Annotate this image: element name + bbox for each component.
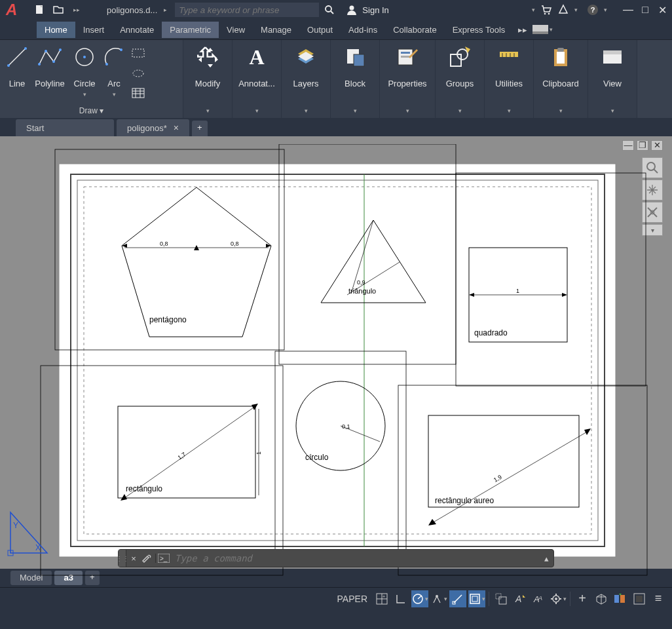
ribbon-min-dropdown-icon[interactable]: ▾ — [550, 26, 553, 33]
properties-label: Properties — [388, 73, 426, 88]
status-polar-icon[interactable]: ▾ — [411, 590, 428, 607]
utilities-dropdown-icon[interactable]: ▾ — [486, 104, 532, 118]
arc-label: Arc — [107, 73, 121, 88]
circle-button[interactable]: Circle ▾ — [69, 44, 100, 104]
tab-insert[interactable]: Insert — [75, 22, 113, 38]
cart-icon[interactable] — [540, 4, 552, 16]
tab-addins[interactable]: Add-ins — [341, 22, 385, 38]
filetab-start[interactable]: Start — [16, 119, 114, 136]
sign-in-link[interactable]: Sign In — [362, 5, 388, 15]
app-dropdown-icon[interactable]: ▾ — [574, 7, 578, 13]
svg-rect-108 — [496, 594, 501, 599]
view-button[interactable]: View ▾ — [588, 40, 637, 118]
svg-point-5 — [544, 13, 546, 15]
filetab-document[interactable]: poligonos* × — [117, 119, 189, 136]
qat-more-icon[interactable]: ▸▸ — [69, 2, 84, 18]
maximize-icon[interactable]: □ — [639, 4, 652, 16]
groups-button[interactable]: Groups ▾ — [436, 40, 485, 118]
svg-rect-24 — [132, 88, 144, 98]
tab-collaborate[interactable]: Collaborate — [385, 22, 445, 38]
hatch-mini-button[interactable] — [130, 85, 147, 102]
line-button[interactable]: Line — [4, 44, 30, 104]
status-annovis-icon[interactable]: AA — [531, 590, 548, 607]
layers-dropdown-icon[interactable]: ▾ — [283, 104, 329, 118]
autodesk-app-icon[interactable] — [557, 4, 569, 16]
status-annoscale-icon[interactable]: A — [512, 590, 529, 607]
cmd-close-icon[interactable]: × — [126, 554, 141, 563]
tab-annotate[interactable]: Annotate — [112, 22, 162, 38]
cmd-settings-icon[interactable] — [141, 553, 155, 563]
title-dropdown-icon[interactable]: ▸ — [164, 7, 167, 13]
tab-manage[interactable]: Manage — [253, 22, 299, 38]
new-file-icon[interactable] — [32, 2, 48, 18]
tab-view[interactable]: View — [219, 22, 253, 38]
svg-rect-10 — [532, 31, 548, 34]
utilities-button[interactable]: Utilities ▾ — [485, 40, 534, 118]
filetab-close-icon[interactable]: × — [174, 123, 179, 133]
rect-mini-button[interactable] — [130, 45, 147, 62]
ellipse-mini-button[interactable] — [130, 65, 147, 82]
arc-button[interactable]: Arc ▾ — [101, 44, 127, 104]
close-icon[interactable]: ✕ — [656, 4, 669, 16]
tab-parametric[interactable]: Parametric — [162, 22, 219, 38]
drawing-canvas[interactable]: 0,8 0,8 pentágono 0,9 triângulo 1 quadra… — [0, 144, 668, 577]
status-gear-icon[interactable]: ▾ — [550, 590, 567, 607]
command-line[interactable]: ⋮⋮ × >_ ▴ — [118, 549, 554, 567]
layers-button[interactable]: Layers ▾ — [282, 40, 331, 118]
status-otrack-icon[interactable] — [449, 590, 466, 607]
svg-point-20 — [105, 63, 108, 66]
status-iso-icon[interactable]: ▾ — [430, 590, 447, 607]
status-iso3d-icon[interactable] — [593, 590, 610, 607]
ribbon-overflow-icon[interactable]: ▸▸ — [518, 25, 527, 35]
status-grid-icon[interactable]: + — [373, 590, 390, 607]
status-quick-icon[interactable] — [612, 590, 629, 607]
annotation-dropdown-icon[interactable]: ▾ — [234, 104, 280, 118]
tab-output[interactable]: Output — [299, 22, 341, 38]
help-icon[interactable]: ? — [587, 4, 599, 16]
cmd-grip-icon[interactable]: ⋮⋮ — [119, 550, 126, 567]
tab-home[interactable]: Home — [37, 22, 75, 38]
app-logo[interactable]: A — [3, 1, 29, 19]
status-clean-icon[interactable] — [631, 590, 648, 607]
document-title: poligonos.d... — [107, 5, 157, 15]
status-scale-icon[interactable] — [493, 590, 510, 607]
block-dropdown-icon[interactable]: ▾ — [332, 104, 378, 118]
status-paper[interactable]: PAPER — [333, 594, 371, 604]
help-dropdown-icon[interactable]: ▾ — [604, 7, 607, 13]
search-input[interactable] — [175, 3, 319, 17]
groups-dropdown-icon[interactable]: ▾ — [437, 104, 483, 118]
clipboard-button[interactable]: Clipboard ▾ — [534, 40, 588, 118]
modify-dropdown-icon[interactable]: ▾ — [185, 104, 231, 118]
user-icon[interactable] — [344, 2, 360, 18]
svg-point-15 — [45, 50, 47, 52]
annotation-button[interactable]: AAnnotat... ▾ — [233, 40, 282, 118]
status-ortho-icon[interactable] — [392, 590, 409, 607]
status-menu-icon[interactable]: ≡ — [650, 590, 667, 607]
properties-button[interactable]: Properties ▾ — [380, 40, 436, 118]
filetab-add-icon[interactable]: + — [192, 121, 208, 136]
command-input[interactable] — [171, 553, 539, 563]
signin-dropdown-icon[interactable]: ▾ — [532, 7, 535, 13]
search-icon[interactable] — [322, 2, 337, 18]
clipboard-label: Clipboard — [542, 73, 579, 88]
modify-button[interactable]: Modify ▾ — [183, 40, 233, 118]
minimize-icon[interactable]: — — [622, 4, 635, 16]
svg-point-12 — [7, 64, 10, 67]
status-osnap-icon[interactable]: ▾ — [468, 590, 485, 607]
view-dropdown-icon[interactable]: ▾ — [589, 104, 635, 118]
block-button[interactable]: Block ▾ — [331, 40, 380, 118]
polyline-button[interactable]: Polyline — [31, 44, 68, 104]
draw-panel-label[interactable]: Draw ▾ — [1, 104, 181, 118]
clipboard-dropdown-icon[interactable]: ▾ — [535, 104, 586, 118]
line-label: Line — [9, 73, 26, 88]
tab-express[interactable]: Express Tools — [445, 22, 513, 38]
cmd-history-icon[interactable]: ▴ — [539, 554, 553, 563]
svg-point-19 — [83, 56, 86, 58]
status-plus-icon[interactable]: + — [574, 590, 591, 607]
open-file-icon[interactable] — [50, 2, 66, 18]
circle-dropdown-icon[interactable]: ▾ — [83, 91, 86, 98]
ribbon-minimize-icon[interactable] — [532, 25, 548, 34]
arc-dropdown-icon[interactable]: ▾ — [113, 91, 116, 98]
properties-dropdown-icon[interactable]: ▾ — [381, 104, 434, 118]
pentagon-dim2: 0,8 — [231, 240, 239, 247]
